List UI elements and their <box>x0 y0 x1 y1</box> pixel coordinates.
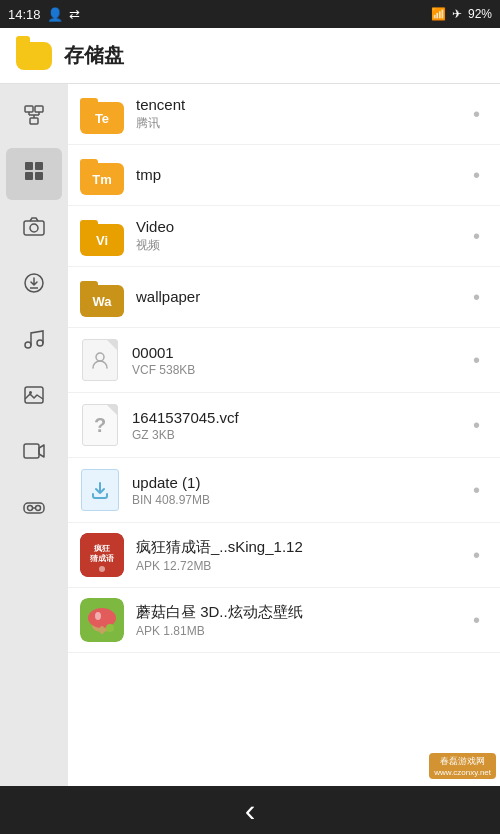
file-info-video: Video 视频 <box>136 218 465 254</box>
svg-text:疯狂: 疯狂 <box>93 543 111 553</box>
svg-point-32 <box>95 612 101 620</box>
more-icon[interactable]: • <box>465 475 488 506</box>
list-item[interactable]: Wa wallpaper • <box>68 267 500 328</box>
more-icon[interactable]: • <box>465 99 488 130</box>
sidebar-item-download[interactable] <box>6 260 62 312</box>
folder-thumb-wallpaper: Wa <box>80 281 124 317</box>
file-sub: 视频 <box>136 237 465 254</box>
camera-icon <box>22 215 46 245</box>
more-icon[interactable]: • <box>465 410 488 441</box>
file-sub: 腾讯 <box>136 115 465 132</box>
list-item[interactable]: update (1) BIN 408.97MB • <box>68 458 500 523</box>
svg-rect-0 <box>25 106 33 112</box>
svg-point-22 <box>36 506 41 511</box>
file-name: 蘑菇白昼 3D..炫动态壁纸 <box>136 603 465 622</box>
list-item[interactable]: ? 1641537045.vcf GZ 3KB • <box>68 393 500 458</box>
svg-rect-8 <box>35 162 43 170</box>
watermark-line2: www.czonxy.net <box>434 768 491 777</box>
status-left: 14:18 👤 ⇄ <box>8 7 80 22</box>
sidebar-item-music[interactable] <box>6 316 62 368</box>
svg-point-12 <box>30 224 38 232</box>
watermark-line1: 春磊游戏网 <box>434 755 491 768</box>
battery-value: 92% <box>468 7 492 21</box>
folder-thumb-tencent: Te <box>80 98 124 134</box>
sidebar-item-camera[interactable] <box>6 204 62 256</box>
file-info-vcf1: 00001 VCF 538KB <box>132 344 465 377</box>
more-icon[interactable]: • <box>465 282 488 313</box>
svg-point-15 <box>25 342 31 348</box>
file-name: tencent <box>136 96 465 113</box>
bottom-navigation: ‹ <box>0 786 500 834</box>
usb-icon: ⇄ <box>69 7 80 22</box>
apk2-icon: 🍄 <box>80 598 124 642</box>
file-info-apk2: 蘑菇白昼 3D..炫动态壁纸 APK 1.81MB <box>136 603 465 638</box>
page-title: 存储盘 <box>64 42 124 69</box>
sidebar-item-video[interactable] <box>6 428 62 480</box>
status-right: 📶 ✈ 92% <box>431 7 492 21</box>
file-sub: BIN 408.97MB <box>132 493 465 507</box>
svg-rect-11 <box>24 221 44 235</box>
vcf-file-icon <box>80 338 120 382</box>
svg-rect-9 <box>25 172 33 180</box>
file-name: update (1) <box>132 474 465 491</box>
gz-file-icon: ? <box>80 403 120 447</box>
svg-rect-17 <box>25 387 43 403</box>
more-icon[interactable]: • <box>465 540 488 571</box>
network-icon <box>22 103 46 133</box>
wifi-icon: 📶 <box>431 7 446 21</box>
file-sub: APK 12.72MB <box>136 559 465 573</box>
download-icon <box>22 271 46 301</box>
file-name: tmp <box>136 166 465 183</box>
more-icon[interactable]: • <box>465 605 488 636</box>
list-item[interactable]: 00001 VCF 538KB • <box>68 328 500 393</box>
more-icon[interactable]: • <box>465 160 488 191</box>
file-info-apk1: 疯狂猜成语_..sKing_1.12 APK 12.72MB <box>136 538 465 573</box>
file-name: wallpaper <box>136 288 465 305</box>
video-icon <box>22 439 46 469</box>
image-icon <box>22 383 46 413</box>
list-item[interactable]: Tm tmp • <box>68 145 500 206</box>
svg-point-21 <box>28 506 33 511</box>
file-info-wallpaper: wallpaper <box>136 288 465 307</box>
svg-rect-2 <box>30 118 38 124</box>
apk1-icon: 疯狂 猜成语 <box>80 533 124 577</box>
sidebar-item-vr[interactable] <box>6 484 62 536</box>
airplane-icon: ✈ <box>452 7 462 21</box>
sidebar <box>0 84 68 786</box>
header: 存储盘 <box>0 28 500 84</box>
list-item[interactable]: 疯狂 猜成语 疯狂猜成语_..sKing_1.12 APK 12.72MB • <box>68 523 500 588</box>
svg-rect-7 <box>25 162 33 170</box>
list-item[interactable]: 🍄 蘑菇白昼 3D..炫动态壁纸 APK 1.81MB • <box>68 588 500 653</box>
music-icon <box>22 327 46 357</box>
file-name: Video <box>136 218 465 235</box>
svg-text:猜成语: 猜成语 <box>89 554 115 563</box>
file-name: 1641537045.vcf <box>132 409 465 426</box>
sidebar-item-files[interactable] <box>6 148 62 200</box>
svg-point-34 <box>106 624 114 632</box>
vr-icon <box>22 495 46 525</box>
bin-file-icon <box>80 468 120 512</box>
svg-rect-1 <box>35 106 43 112</box>
sidebar-item-network[interactable] <box>6 92 62 144</box>
file-sub: APK 1.81MB <box>136 624 465 638</box>
sidebar-item-images[interactable] <box>6 372 62 424</box>
file-info-tmp: tmp <box>136 166 465 185</box>
more-icon[interactable]: • <box>465 345 488 376</box>
back-button[interactable]: ‹ <box>225 786 276 834</box>
folder-thumb-tmp: Tm <box>80 159 124 195</box>
svg-point-16 <box>37 340 43 346</box>
svg-rect-33 <box>100 626 104 634</box>
file-sub: VCF 538KB <box>132 363 465 377</box>
header-folder-icon <box>16 42 52 70</box>
list-item[interactable]: Vi Video 视频 • <box>68 206 500 267</box>
file-info-bin: update (1) BIN 408.97MB <box>132 474 465 507</box>
svg-point-28 <box>99 566 105 572</box>
files-icon <box>22 159 46 189</box>
watermark: 春磊游戏网 www.czonxy.net <box>429 753 496 779</box>
file-info-tencent: tencent 腾讯 <box>136 96 465 132</box>
list-item[interactable]: Te tencent 腾讯 • <box>68 84 500 145</box>
folder-thumb-video: Vi <box>80 220 124 256</box>
file-list: Te tencent 腾讯 • Tm tmp • Vi <box>68 84 500 786</box>
file-name: 00001 <box>132 344 465 361</box>
more-icon[interactable]: • <box>465 221 488 252</box>
